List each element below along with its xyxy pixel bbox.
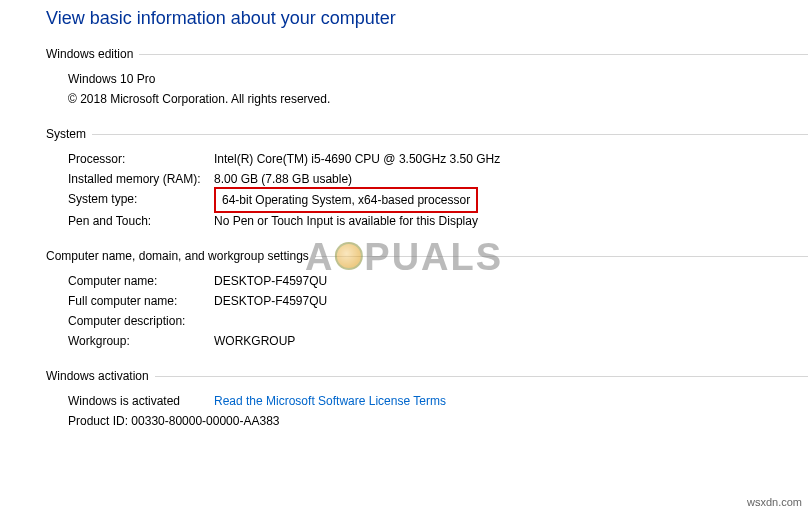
full-computer-name-label: Full computer name: <box>68 291 214 311</box>
workgroup-value: WORKGROUP <box>214 331 808 351</box>
source-note: wsxdn.com <box>747 496 802 508</box>
processor-label: Processor: <box>68 149 214 169</box>
section-body-edition: Windows 10 Pro © 2018 Microsoft Corporat… <box>46 69 808 109</box>
ram-value: 8.00 GB (7.88 GB usable) <box>214 169 808 189</box>
full-computer-name-value: DESKTOP-F4597QU <box>214 291 808 311</box>
section-body-domain: Computer name: DESKTOP-F4597QU Full comp… <box>46 271 808 351</box>
system-type-value: 64-bit Operating System, x64-based proce… <box>214 187 478 213</box>
activation-status: Windows is activated <box>68 391 202 411</box>
ram-label: Installed memory (RAM): <box>68 169 214 189</box>
section-header-system-label: System <box>46 127 92 141</box>
computer-name-value: DESKTOP-F4597QU <box>214 271 808 291</box>
page-title: View basic information about your comput… <box>46 8 808 29</box>
section-header-activation-label: Windows activation <box>46 369 155 383</box>
section-header-edition: Windows edition <box>46 47 808 61</box>
processor-value: Intel(R) Core(TM) i5-4690 CPU @ 3.50GHz … <box>214 149 808 169</box>
section-header-domain: Computer name, domain, and workgroup set… <box>46 249 808 263</box>
pen-touch-label: Pen and Touch: <box>68 211 214 231</box>
section-header-system: System <box>46 127 808 141</box>
workgroup-label: Workgroup: <box>68 331 214 351</box>
section-header-edition-label: Windows edition <box>46 47 139 61</box>
pen-touch-value: No Pen or Touch Input is available for t… <box>214 211 808 231</box>
windows-product: Windows 10 Pro <box>68 69 808 89</box>
computer-description-label: Computer description: <box>68 311 214 331</box>
computer-description-value <box>214 311 808 331</box>
license-terms-link[interactable]: Read the Microsoft Software License Term… <box>214 391 446 411</box>
computer-name-label: Computer name: <box>68 271 214 291</box>
section-body-system: Processor: Intel(R) Core(TM) i5-4690 CPU… <box>46 149 808 231</box>
section-header-domain-label: Computer name, domain, and workgroup set… <box>46 249 315 263</box>
section-body-activation: Windows is activated Read the Microsoft … <box>46 391 808 431</box>
system-type-label: System type: <box>68 189 214 211</box>
section-header-activation: Windows activation <box>46 369 808 383</box>
copyright-text: © 2018 Microsoft Corporation. All rights… <box>68 89 808 109</box>
product-id: Product ID: 00330-80000-00000-AA383 <box>68 411 808 431</box>
